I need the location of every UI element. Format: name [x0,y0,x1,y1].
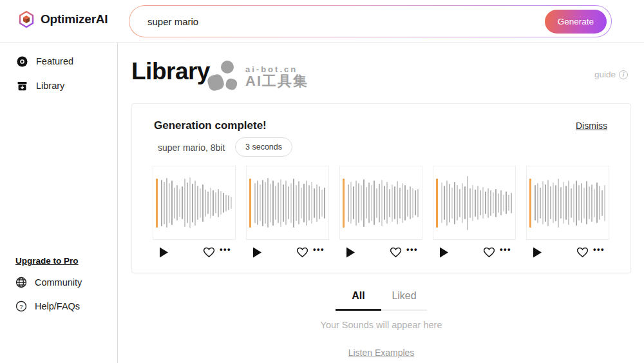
more-button[interactable]: ••• [406,244,418,254]
sidebar-item-label: Library [36,81,64,91]
playhead [343,179,345,228]
track: ••• [433,166,516,263]
empty-state-message: Your Sounds will appear here [118,320,644,330]
waveform-tile[interactable] [339,166,422,240]
tab-all[interactable]: All [336,284,381,311]
globe-icon [15,277,27,288]
generation-prompt: super mario, 8bit [158,142,225,153]
heart-icon[interactable] [203,247,215,258]
heart-icon[interactable] [296,247,308,258]
playhead [436,179,438,228]
sidebar-item-label: Featured [36,56,73,66]
waveform-bars [254,166,326,239]
track: ••• [246,166,329,263]
track: ••• [526,166,609,263]
waveform-bars [161,166,232,239]
waveform-tile[interactable] [246,166,329,240]
tracks-row: ••• ••• [153,166,609,263]
playhead [156,179,158,228]
waveform-bars [441,166,513,239]
track-controls: ••• [339,244,422,263]
watermark-title: AI工具集 [245,74,308,88]
sidebar-footer: Upgrade to Pro Community ? Help/FAQs [0,256,118,313]
more-button[interactable]: ••• [500,244,511,254]
heart-icon[interactable] [483,247,495,258]
heart-icon[interactable] [390,247,402,258]
generation-card-title: Generation complete! [154,119,267,132]
waveform-tile[interactable] [153,166,236,240]
library-section: All Liked Your Sounds will appear here L… [118,284,644,358]
track-controls: ••• [433,244,516,263]
more-button[interactable]: ••• [220,244,231,254]
sidebar-item-community[interactable]: Community [0,275,118,289]
watermark-domain: ai-bot.cn [245,65,308,74]
info-icon: i [619,70,628,79]
generate-button[interactable]: Generate [545,10,607,34]
upgrade-to-pro-link[interactable]: Upgrade to Pro [15,256,118,266]
sidebar: Featured Library Upgrade to Pro Communit… [0,43,118,363]
waveform-tile[interactable] [433,166,516,240]
watermark-logo-icon [205,61,239,93]
brand-logo[interactable]: OptimizerAI [18,10,108,28]
sidebar-item-label: Community [35,277,82,288]
play-button[interactable] [439,247,449,258]
hexagon-logo-icon [18,10,35,28]
more-button[interactable]: ••• [593,244,605,254]
top-header: OptimizerAI Generate [0,0,644,43]
track-controls: ••• [246,244,329,263]
generation-card: Generation complete! Dismiss super mario… [131,103,631,273]
guide-link[interactable]: guide i [594,70,628,79]
play-button[interactable] [533,247,542,258]
more-button[interactable]: ••• [313,244,325,254]
listen-examples-link[interactable]: Listen Examples [348,348,415,358]
sidebar-item-help[interactable]: ? Help/FAQs [0,299,118,313]
heart-icon[interactable] [576,247,589,258]
prompt-bar: Generate [129,5,612,37]
tab-liked[interactable]: Liked [381,284,427,309]
duration-badge: 3 seconds [235,137,292,157]
playhead [249,179,251,228]
play-button[interactable] [252,247,262,258]
play-button[interactable] [346,247,355,258]
guide-label: guide [594,70,616,79]
watermark: ai-bot.cn AI工具集 [205,61,308,93]
waveform-tile[interactable] [526,166,609,240]
tabs: All Liked [336,284,427,311]
main-content: Library ai-bot.cn AI工具集 guide i Generati… [118,43,644,363]
track: ••• [339,166,422,263]
waveform-bars [348,166,419,239]
sidebar-item-label: Help/FAQs [35,301,80,311]
playhead [529,179,531,228]
page-title: Library [131,58,210,85]
dismiss-button[interactable]: Dismiss [576,121,607,131]
play-button[interactable] [159,247,169,258]
track: ••• [153,166,236,263]
brand-name: OptimizerAI [41,12,108,26]
track-controls: ••• [153,244,236,263]
archive-icon [17,81,28,92]
help-icon: ? [15,300,27,312]
sidebar-item-featured[interactable]: Featured [0,55,117,68]
sidebar-item-library[interactable]: Library [0,79,117,92]
prompt-input[interactable] [129,16,611,27]
svg-text:?: ? [19,303,23,310]
waveform-bars [535,166,606,239]
disc-icon [17,56,28,67]
track-controls: ••• [526,244,609,263]
